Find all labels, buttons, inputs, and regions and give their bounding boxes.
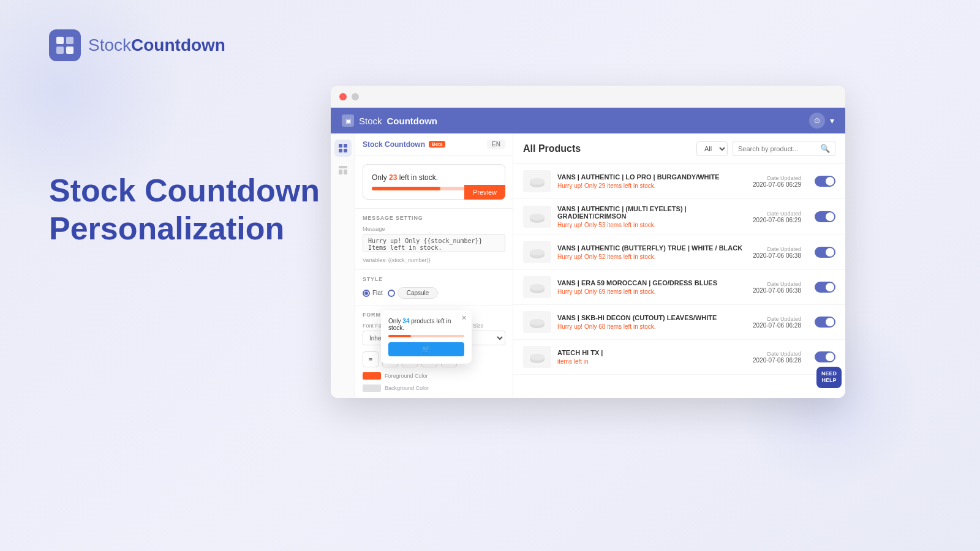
background-color-swatch[interactable] [363, 384, 381, 392]
product-info: VANS | SKB-HI DECON (CUTOUT) LEAVES/WHIT… [557, 314, 747, 330]
meta-date: 2020-07-06 06:28 [753, 322, 801, 329]
style-flat-label: Flat [372, 290, 383, 296]
svg-rect-6 [339, 149, 342, 152]
stock-popup: ✕ Only 34 products left in stock. 🛒 [381, 310, 472, 364]
app-window: ▣ StockCountdown ⊙ ▾ [331, 86, 845, 398]
svg-point-28 [530, 354, 545, 360]
popup-count: 34 [402, 318, 409, 324]
radio-flat-dot [363, 290, 370, 297]
meta-label: Date Updated [753, 316, 801, 322]
product-info: VANS | AUTHENTIC | LO PRO | BURGANDY/WHI… [557, 173, 747, 189]
product-status: Hurry up! Only 69 items left in stock. [557, 288, 747, 295]
product-meta: Date Updated 2020-07-06 06:29 [753, 175, 801, 188]
header-avatar[interactable]: ⊙ [809, 113, 825, 129]
window-chrome [331, 86, 845, 108]
style-capsule-radio[interactable]: Capsule [388, 287, 439, 299]
svg-rect-7 [344, 149, 347, 152]
product-info: ATECH HI TX | items left in [557, 349, 747, 365]
search-input[interactable] [738, 145, 818, 152]
meta-date: 2020-07-06 06:29 [753, 181, 801, 188]
product-meta: Date Updated 2020-07-06 06:38 [753, 246, 801, 259]
style-flat-radio[interactable]: Flat [363, 290, 383, 297]
product-image [523, 206, 551, 228]
meta-label: Date Updated [753, 175, 801, 181]
window-close-dot[interactable] [339, 93, 347, 100]
preview-text: Only 23 left in stock. [372, 173, 496, 182]
hero-section: Stock Countdown Personalization [49, 171, 320, 248]
product-status: Hurry up! Only 52 items left in stock. [557, 253, 747, 260]
product-info: VANS | ERA 59 MOROCCAN | GEO/DRESS BLUES… [557, 279, 747, 295]
foreground-color-swatch[interactable] [363, 372, 381, 380]
foreground-color-row: Foreground Color [363, 372, 505, 380]
svg-rect-8 [339, 166, 347, 168]
style-label: STYLE [363, 276, 505, 282]
product-row: VANS | AUTHENTIC | (MULTI EYELETS) | GRA… [513, 199, 845, 235]
products-title: All Products [523, 143, 581, 154]
search-box: 🔍 [733, 141, 835, 156]
variables-text: Variables: {{stock_number}} [363, 257, 505, 263]
filter-select[interactable]: All [696, 141, 728, 156]
background-color-label: Background Color [385, 385, 429, 391]
panel-header: Stock Countdown Beta EN [355, 133, 513, 156]
capsule-btn[interactable]: Capsule [398, 287, 439, 299]
meta-label: Date Updated [753, 211, 801, 217]
product-toggle[interactable] [815, 211, 835, 222]
product-meta: Date Updated 2020-07-06 06:38 [753, 281, 801, 294]
meta-date: 2020-07-06 06:28 [753, 357, 801, 364]
product-image [523, 346, 551, 368]
product-toggle[interactable] [815, 317, 835, 328]
panel-lang-btn[interactable]: EN [487, 140, 505, 149]
need-help-button[interactable]: NEED HELP [816, 367, 842, 388]
search-icon[interactable]: 🔍 [820, 144, 830, 153]
product-name: ATECH HI TX | [557, 349, 747, 356]
product-name: VANS | SKB-HI DECON (CUTOUT) LEAVES/WHIT… [557, 314, 747, 321]
meta-label: Date Updated [753, 351, 801, 357]
product-toggle[interactable] [815, 176, 835, 187]
product-info: VANS | AUTHENTIC | (MULTI EYELETS) | GRA… [557, 205, 747, 228]
popup-cart-btn[interactable]: 🛒 [388, 342, 464, 356]
products-controls: All 🔍 [696, 141, 835, 156]
main-logo: StockCountdown [49, 29, 225, 61]
product-row: VANS | SKB-HI DECON (CUTOUT) LEAVES/WHIT… [513, 305, 845, 340]
beta-badge: Beta [429, 141, 445, 148]
product-name: VANS | AUTHENTIC (BUTTERFLY) TRUE | WHIT… [557, 244, 747, 252]
product-name: VANS | ERA 59 MOROCCAN | GEO/DRESS BLUES [557, 279, 747, 287]
left-sidebar [331, 133, 355, 398]
product-meta: Date Updated 2020-07-06 06:28 [753, 351, 801, 364]
product-toggle[interactable] [815, 282, 835, 293]
app-header: ▣ StockCountdown ⊙ ▾ [331, 108, 845, 133]
meta-label: Date Updated [753, 246, 801, 252]
style-row: Flat Capsule [363, 287, 505, 299]
logo-text: StockCountdown [88, 36, 225, 55]
app-header-right: ⊙ ▾ [809, 113, 834, 129]
product-meta: Date Updated 2020-07-06 06:28 [753, 316, 801, 329]
product-meta: Date Updated 2020-07-06 06:29 [753, 211, 801, 223]
sidebar-icon-layout[interactable] [334, 162, 352, 179]
panel-title-text: Stock Countdown [363, 140, 425, 149]
sidebar-icon-grid[interactable] [334, 140, 352, 157]
preview-button[interactable]: Preview [464, 185, 505, 200]
product-info: VANS | AUTHENTIC (BUTTERFLY) TRUE | WHIT… [557, 244, 747, 260]
product-status: items left in [557, 358, 747, 365]
product-row: VANS | AUTHENTIC | LO PRO | BURGANDY/WHI… [513, 164, 845, 199]
message-setting-section: MESSAGE SETTING Message Hurry up! Only {… [355, 209, 513, 270]
product-row: VANS | AUTHENTIC (BUTTERFLY) TRUE | WHIT… [513, 235, 845, 270]
svg-rect-5 [344, 144, 347, 148]
popup-close-btn[interactable]: ✕ [461, 314, 467, 322]
preview-box: Only 23 left in stock. Preview [363, 164, 505, 200]
svg-point-16 [530, 214, 545, 220]
message-input[interactable]: Hurry up! Only {{stock_number}} Items le… [363, 234, 505, 252]
meta-date: 2020-07-06 06:38 [753, 252, 801, 259]
product-toggle[interactable] [815, 351, 835, 362]
align-left-btn[interactable]: ≡ [363, 351, 379, 367]
product-list: VANS | AUTHENTIC | LO PRO | BURGANDY/WHI… [513, 164, 845, 398]
window-minimize-dot[interactable] [352, 93, 359, 100]
products-header: All Products All 🔍 [513, 133, 845, 164]
meta-date: 2020-07-06 06:38 [753, 287, 801, 294]
product-row: VANS | ERA 59 MOROCCAN | GEO/DRESS BLUES… [513, 270, 845, 305]
need-help-line2: HELP [821, 377, 837, 384]
header-dropdown-icon[interactable]: ▾ [830, 116, 834, 126]
svg-rect-1 [66, 37, 74, 44]
product-toggle[interactable] [815, 247, 835, 258]
preview-section: Only 23 left in stock. Preview [355, 156, 513, 209]
